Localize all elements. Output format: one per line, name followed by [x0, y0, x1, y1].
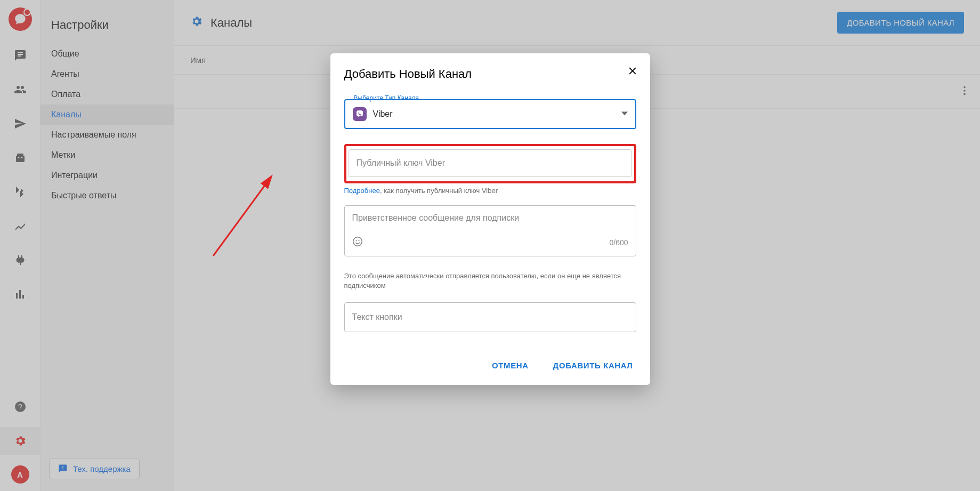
submit-button[interactable]: ДОБАВИТЬ КАНАЛ — [550, 357, 636, 374]
greeting-placeholder: Приветственное сообщение для подписки — [352, 213, 628, 223]
greeting-subhint: Это сообщение автоматически отправляется… — [344, 271, 636, 291]
viber-key-input[interactable] — [357, 158, 624, 168]
annotation-arrow — [208, 165, 293, 272]
greeting-counter: 0/600 — [609, 238, 628, 247]
svg-line-8 — [213, 176, 272, 256]
add-channel-dialog: Добавить Новый Канал Выберите Тип Канала… — [330, 53, 650, 385]
svg-point-5 — [353, 237, 362, 246]
greeting-textarea[interactable]: Приветственное сообщение для подписки 0/… — [344, 205, 636, 256]
dialog-actions: ОТМЕНА ДОБАВИТЬ КАНАЛ — [344, 357, 636, 374]
modal-scrim[interactable]: Добавить Новый Канал Выберите Тип Канала… — [0, 0, 980, 491]
svg-point-6 — [355, 240, 357, 241]
dialog-title: Добавить Новый Канал — [344, 67, 636, 81]
viber-icon — [353, 107, 367, 121]
chevron-down-icon — [621, 109, 628, 119]
viber-key-highlight — [344, 144, 636, 183]
button-text-field[interactable] — [344, 302, 636, 332]
button-text-input[interactable] — [352, 312, 628, 322]
app-root: ? A Настройки Общие Агенты Оплата Каналы… — [0, 0, 980, 491]
viber-key-hint: Подробнее, как получить публичный ключ V… — [344, 187, 636, 195]
channel-type-select[interactable]: Выберите Тип Канала Viber — [344, 99, 636, 129]
viber-key-hint-link[interactable]: Подробнее — [344, 187, 380, 195]
close-icon[interactable] — [627, 65, 638, 79]
svg-point-7 — [358, 240, 359, 241]
cancel-button[interactable]: ОТМЕНА — [489, 357, 532, 374]
channel-type-value: Viber — [373, 109, 615, 119]
emoji-icon[interactable] — [352, 236, 363, 248]
